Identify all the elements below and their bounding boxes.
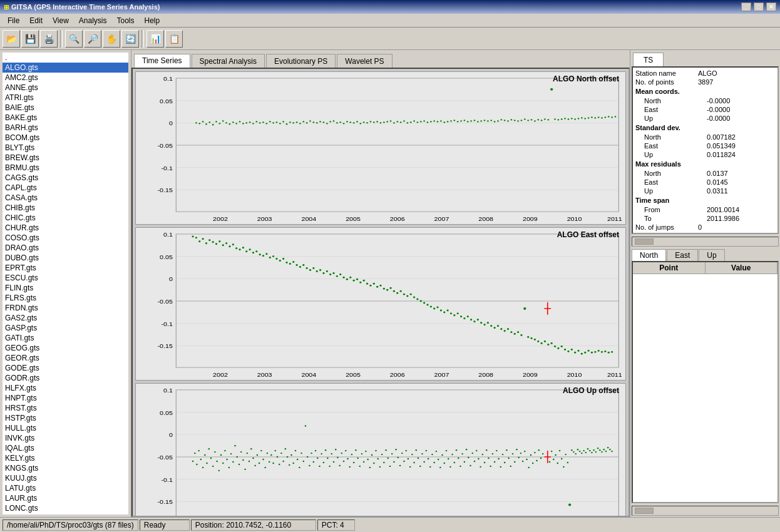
- file-item[interactable]: GEOR.gts: [3, 353, 128, 363]
- file-item[interactable]: BCOM.gts: [3, 133, 128, 143]
- file-item[interactable]: CASA.gts: [3, 193, 128, 203]
- svg-point-419: [379, 466, 381, 468]
- svg-point-276: [534, 339, 536, 340]
- svg-text:2003: 2003: [257, 371, 272, 378]
- svg-point-333: [206, 463, 208, 464]
- file-item[interactable]: HRST.gts: [3, 403, 128, 413]
- mean-coords-label: Mean coords.: [635, 88, 680, 95]
- file-item[interactable]: AMC2.gts: [3, 73, 128, 83]
- file-item[interactable]: GODR.gts: [3, 373, 128, 383]
- open-button[interactable]: 📂: [3, 30, 20, 48]
- file-item[interactable]: KNGS.gts: [3, 463, 128, 473]
- file-item[interactable]: COSO.gts: [3, 233, 128, 243]
- svg-point-498: [534, 452, 536, 453]
- file-item[interactable]: GAS2.gts: [3, 313, 128, 323]
- chart-button[interactable]: 📊: [146, 30, 164, 48]
- maximize-button[interactable]: □: [754, 3, 764, 11]
- file-item[interactable]: BLYT.gts: [3, 143, 128, 153]
- file-item[interactable]: DUBO.gts: [3, 253, 128, 263]
- horizontal-scrollbar-top[interactable]: [632, 237, 779, 247]
- svg-point-49: [279, 123, 281, 124]
- from-label: From: [644, 206, 707, 213]
- svg-point-408: [357, 458, 359, 459]
- file-item[interactable]: GEOG.gts: [3, 343, 128, 353]
- svg-point-409: [359, 466, 361, 467]
- file-item[interactable]: BAIE.gts: [3, 103, 128, 113]
- file-item[interactable]: CHIB.gts: [3, 203, 128, 213]
- table-button[interactable]: 📋: [165, 30, 183, 48]
- svg-point-209: [309, 269, 311, 271]
- tab-time-series[interactable]: Time Series: [134, 54, 190, 68]
- file-item[interactable]: CAPL.gts: [3, 183, 128, 193]
- file-item[interactable]: FRDN.gts: [3, 303, 128, 313]
- up-std-row: Up 0.011824: [634, 150, 776, 159]
- svg-point-183: [222, 244, 224, 246]
- save-button[interactable]: 💾: [21, 30, 39, 48]
- svg-point-132: [558, 119, 560, 120]
- file-item[interactable]: HSTP.gts: [3, 413, 128, 423]
- file-item[interactable]: ALGO.gts: [3, 63, 128, 73]
- file-item[interactable]: LAUR.gts: [3, 493, 128, 503]
- svg-point-108: [477, 121, 479, 122]
- menu-help[interactable]: Help: [140, 15, 165, 26]
- file-item[interactable]: KUUJ.gts: [3, 473, 128, 483]
- file-item[interactable]: EPRT.gts: [3, 263, 128, 273]
- mean-coords-header: Mean coords.: [634, 86, 776, 96]
- svg-point-422: [385, 449, 387, 451]
- tab-spectral-analysis[interactable]: Spectral Analysis: [192, 54, 265, 68]
- file-item[interactable]: KELY.gts: [3, 453, 128, 463]
- file-item[interactable]: FLRS.gts: [3, 293, 128, 303]
- file-item[interactable]: GASP.gts: [3, 323, 128, 333]
- file-item[interactable]: .: [3, 53, 128, 63]
- file-item[interactable]: ESCU.gts: [3, 273, 128, 283]
- close-button[interactable]: ✕: [766, 3, 776, 11]
- ts-tab[interactable]: TS: [633, 53, 664, 66]
- data-tab-up[interactable]: Up: [699, 249, 724, 261]
- tab-wavelet-ps[interactable]: Wavelet PS: [337, 54, 392, 68]
- file-item[interactable]: LONC.gts: [3, 503, 128, 513]
- reset-button[interactable]: 🔄: [121, 30, 139, 48]
- file-item[interactable]: BREW.gts: [3, 153, 128, 163]
- file-item[interactable]: DRAO.gts: [3, 243, 128, 253]
- file-list[interactable]: .ALGO.gtsAMC2.gtsANNE.gtsATRI.gtsBAIE.gt…: [3, 53, 128, 514]
- file-item[interactable]: GATI.gts: [3, 333, 128, 343]
- up-std-label: Up: [644, 151, 707, 158]
- pan-button[interactable]: ✋: [103, 30, 120, 48]
- svg-point-233: [389, 287, 391, 289]
- zoom-out-button[interactable]: 🔎: [84, 30, 101, 48]
- file-item[interactable]: CHUR.gts: [3, 223, 128, 233]
- menu-edit[interactable]: Edit: [24, 15, 48, 26]
- file-item[interactable]: BARH.gts: [3, 123, 128, 133]
- file-item[interactable]: INVK.gts: [3, 433, 128, 443]
- svg-text:2010: 2010: [567, 215, 582, 222]
- print-button[interactable]: 🖨️: [40, 30, 58, 48]
- svg-point-62: [323, 121, 325, 123]
- file-item[interactable]: HULL.gts: [3, 423, 128, 433]
- menu-tools[interactable]: Tools: [112, 15, 140, 26]
- menu-analysis[interactable]: Analysis: [74, 15, 112, 26]
- minimize-button[interactable]: _: [741, 3, 751, 11]
- menu-file[interactable]: File: [3, 15, 24, 26]
- file-item[interactable]: ATRI.gts: [3, 93, 128, 103]
- data-tab-north[interactable]: North: [632, 249, 666, 261]
- file-item[interactable]: BAKE.gts: [3, 113, 128, 123]
- svg-point-493: [528, 467, 530, 468]
- file-item[interactable]: IQAL.gts: [3, 443, 128, 453]
- svg-point-48: [276, 121, 278, 123]
- zoom-in-button[interactable]: 🔍: [65, 30, 83, 48]
- file-item[interactable]: CHIC.gts: [3, 213, 128, 223]
- menu-view[interactable]: View: [48, 15, 74, 26]
- file-item[interactable]: LATU.gts: [3, 483, 128, 493]
- up-label: Up: [644, 115, 707, 122]
- file-item[interactable]: HLFX.gts: [3, 383, 128, 393]
- file-item[interactable]: HNPT.gts: [3, 393, 128, 403]
- file-item[interactable]: GODE.gts: [3, 363, 128, 373]
- file-item[interactable]: ANNE.gts: [3, 83, 128, 93]
- data-tab-east[interactable]: East: [667, 249, 698, 261]
- file-item[interactable]: BRMU.gts: [3, 163, 128, 173]
- file-item[interactable]: FLIN.gts: [3, 283, 128, 293]
- horizontal-scrollbar-bottom[interactable]: [632, 506, 779, 516]
- tab-evolutionary-ps[interactable]: Evolutionary PS: [266, 54, 336, 68]
- file-item[interactable]: CAGS.gts: [3, 173, 128, 183]
- svg-point-174: [192, 235, 193, 237]
